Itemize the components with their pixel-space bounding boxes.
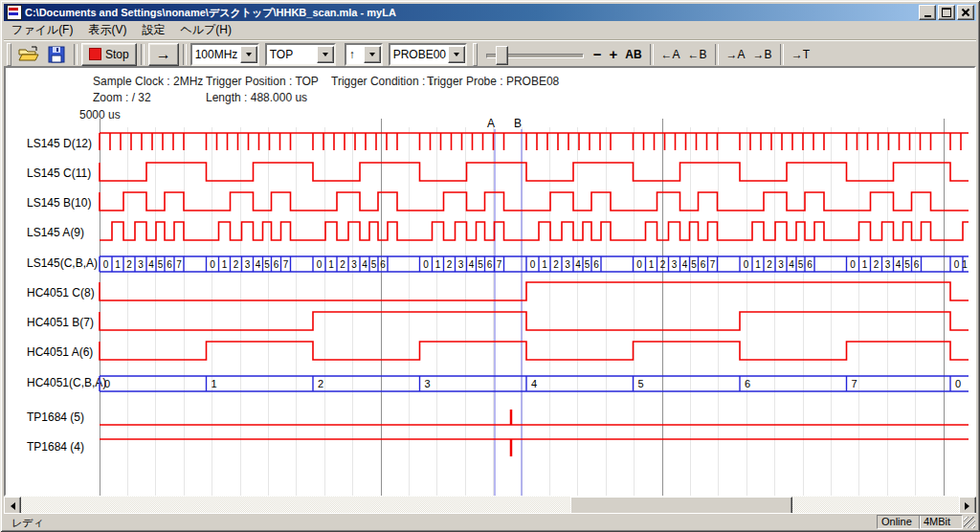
maximize-button[interactable] — [938, 5, 955, 20]
stop-label: Stop — [105, 48, 129, 61]
status-memory-badge: 4MBit — [919, 515, 963, 529]
sample-clock-info: Sample Clock : 2MHz — [93, 75, 203, 88]
close-button[interactable] — [957, 5, 974, 20]
close-icon — [962, 9, 969, 16]
app-icon — [7, 5, 22, 20]
status-bar: レディ Online 4MBit — [4, 513, 976, 529]
zoom-out-button[interactable]: − — [590, 44, 606, 65]
maximize-icon — [942, 8, 951, 17]
channel-label-hc4051-bus: HC4051(C,B,A) — [27, 376, 106, 389]
time-per-div-label: 5000 us — [79, 108, 121, 122]
set-cursor-a-button[interactable]: →A — [723, 44, 749, 65]
toolbar-separator — [74, 44, 78, 65]
zoom-info: Zoom : / 32 — [93, 91, 151, 104]
resize-grip[interactable] — [964, 517, 975, 528]
run-arrow-icon: → — [156, 47, 171, 62]
toolbar-grip[interactable] — [473, 43, 478, 66]
status-ready-text: レディ — [11, 516, 44, 530]
channel-label-ls145-bus: LS145(C,B,A) — [27, 256, 98, 270]
zoom-in-button[interactable]: + — [605, 44, 621, 65]
application-window: C:\Documents and Settings\noname\デスクトップ\… — [0, 0, 980, 532]
trigger-position-combo[interactable]: TOP — [265, 43, 336, 66]
channel-label-ls145-d: LS145 D(12) — [27, 137, 92, 150]
zoom-ab-button[interactable]: AB — [621, 44, 645, 65]
sample-clock-value: 100MHz — [192, 48, 240, 61]
open-folder-icon — [18, 46, 39, 63]
stop-button[interactable]: Stop — [81, 43, 137, 66]
channel-label-tp1684-4: TP1684 (4) — [27, 440, 84, 454]
channel-label-ls145-b: LS145 B(10) — [27, 196, 91, 210]
goto-cursor-b-button[interactable]: ←B — [684, 44, 711, 65]
menu-view[interactable]: 表示(V) — [80, 20, 134, 40]
combo-dropdown-button[interactable] — [240, 46, 257, 63]
menu-bar: ファイル(F) 表示(V) 設定 ヘルプ(H) — [4, 21, 976, 40]
chevron-down-icon — [323, 53, 328, 59]
sample-clock-combo[interactable]: 100MHz — [190, 43, 259, 66]
chevron-down-icon — [246, 53, 252, 59]
menu-settings[interactable]: 設定 — [134, 20, 172, 40]
zoom-slider[interactable] — [486, 44, 584, 65]
chevron-down-icon — [454, 53, 459, 59]
client-area — [4, 66, 976, 497]
floppy-disk-icon — [47, 46, 66, 63]
trigger-probe-combo[interactable]: PROBE00 — [389, 43, 467, 66]
trigger-condition-info: Trigger Condition : ↓ — [331, 75, 434, 88]
combo-dropdown-button[interactable] — [448, 46, 465, 63]
set-cursor-b-button[interactable]: →B — [749, 44, 776, 65]
minimize-button[interactable] — [919, 5, 936, 20]
length-info: Length : 488.000 us — [206, 91, 307, 104]
title-bar[interactable]: C:\Documents and Settings\noname\デスクトップ\… — [4, 4, 976, 21]
combo-dropdown-button[interactable] — [364, 46, 381, 63]
channel-label-ls145-a: LS145 A(9) — [27, 226, 84, 239]
goto-trigger-button[interactable]: →T — [788, 44, 813, 65]
status-online-badge: Online — [877, 515, 921, 529]
menu-help[interactable]: ヘルプ(H) — [172, 20, 239, 40]
channel-label-hc4051-a: HC4051 A(6) — [27, 345, 93, 359]
menu-file[interactable]: ファイル(F) — [4, 20, 80, 40]
toolbar-separator — [780, 44, 784, 65]
open-file-button[interactable] — [14, 44, 43, 65]
combo-dropdown-button[interactable] — [317, 46, 334, 63]
stop-icon — [89, 48, 101, 60]
trigger-probe-value: PROBE00 — [390, 48, 448, 61]
minimize-icon — [924, 15, 931, 17]
channel-label-ls145-c: LS145 C(11) — [27, 166, 91, 180]
arrow-right-icon — [965, 502, 973, 510]
window-title: C:\Documents and Settings\noname\デスクトップ\… — [25, 6, 915, 20]
chevron-down-icon — [369, 53, 375, 59]
save-file-button[interactable] — [43, 44, 70, 65]
trigger-position-info: Trigger Position : TOP — [206, 75, 319, 88]
toolbar-separator — [650, 44, 654, 65]
toolbar-separator — [183, 44, 187, 65]
window-frame: C:\Documents and Settings\noname\デスクトップ\… — [0, 0, 980, 532]
trigger-probe-info: Trigger Probe : PROBE08 — [427, 75, 559, 88]
trigger-edge-combo[interactable]: ↑ — [345, 43, 383, 66]
toolbar-grip[interactable] — [7, 43, 11, 66]
toolbar-separator — [141, 44, 145, 65]
arrow-left-icon — [7, 502, 15, 510]
channel-label-tp1684-5: TP1684 (5) — [27, 410, 84, 424]
trigger-edge-value: ↑ — [346, 48, 364, 61]
toolbar-separator — [715, 44, 719, 65]
zoom-slider-thumb[interactable] — [496, 46, 508, 65]
toolbar: Stop → 100MHz TOP ↑ PROBE00 — [4, 40, 976, 67]
trigger-position-value: TOP — [267, 48, 317, 61]
horizontal-scrollbar[interactable] — [4, 497, 976, 513]
channel-label-hc4051-c: HC4051 C(8) — [27, 286, 95, 299]
goto-cursor-a-button[interactable]: ←A — [657, 44, 684, 65]
channel-label-hc4051-b: HC4051 B(7) — [27, 316, 94, 329]
run-button[interactable]: → — [148, 43, 179, 66]
